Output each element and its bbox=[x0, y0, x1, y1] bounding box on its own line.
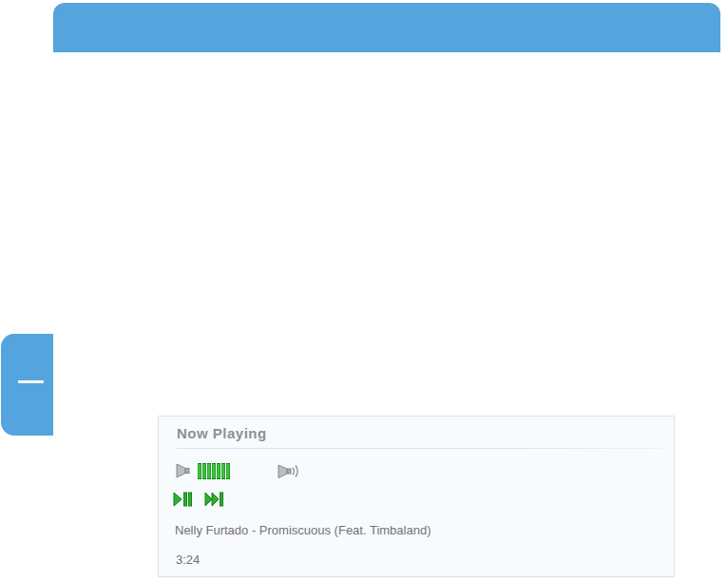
track-title: Nelly Furtado - Promiscuous (Feat. Timba… bbox=[175, 523, 431, 537]
volume-bar bbox=[202, 463, 206, 479]
track-elapsed-time: 3:24 bbox=[176, 553, 200, 567]
volume-max-icon[interactable] bbox=[277, 462, 299, 480]
header-divider bbox=[177, 448, 669, 449]
volume-bar bbox=[212, 463, 216, 479]
now-playing-panel: Now Playing Nelly Furtado - P bbox=[158, 416, 675, 577]
volume-bar bbox=[221, 463, 225, 479]
top-banner bbox=[53, 3, 720, 52]
playback-controls bbox=[173, 492, 224, 507]
volume-mute-icon[interactable] bbox=[175, 462, 194, 479]
volume-bar bbox=[198, 463, 201, 479]
next-track-button[interactable] bbox=[204, 492, 224, 507]
volume-bar bbox=[207, 463, 211, 479]
volume-bar bbox=[226, 463, 230, 479]
sidebar-collapse-tab[interactable] bbox=[1, 334, 53, 436]
volume-controls bbox=[175, 461, 299, 480]
volume-level-bars[interactable] bbox=[198, 463, 231, 479]
volume-bar bbox=[217, 463, 220, 479]
minimize-dash-icon bbox=[18, 380, 44, 383]
play-pause-button[interactable] bbox=[173, 492, 192, 507]
panel-title: Now Playing bbox=[177, 425, 267, 441]
